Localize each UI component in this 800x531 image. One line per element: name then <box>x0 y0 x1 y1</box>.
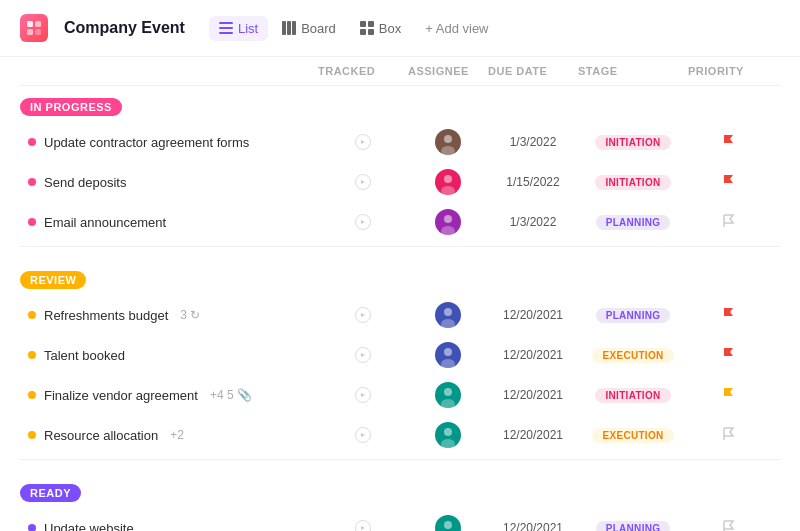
svg-rect-7 <box>282 21 286 35</box>
tracked-cell[interactable] <box>318 427 408 443</box>
group-header-ready: READY <box>20 472 780 508</box>
assignee-cell[interactable] <box>408 129 488 155</box>
priority-flag <box>722 520 735 532</box>
stage-cell[interactable]: EXECUTION <box>578 348 688 363</box>
priority-flag <box>722 174 735 191</box>
svg-point-25 <box>441 399 455 408</box>
priority-cell[interactable] <box>688 347 768 364</box>
tracked-cell[interactable] <box>318 174 408 190</box>
group-badge-review[interactable]: REVIEW <box>20 271 86 289</box>
tracked-cell[interactable] <box>318 520 408 531</box>
header: Company Event List Board <box>0 0 800 57</box>
add-view-label: + Add view <box>425 21 488 36</box>
stage-badge: PLANNING <box>596 215 671 230</box>
task-row[interactable]: Update contractor agreement forms 1/3/20… <box>20 122 780 162</box>
avatar <box>435 302 461 328</box>
stage-badge: EXECUTION <box>592 428 673 443</box>
task-name: Update contractor agreement forms <box>44 135 249 150</box>
svg-rect-1 <box>35 21 41 27</box>
tab-box[interactable]: Box <box>350 16 411 41</box>
due-date: 12/20/2021 <box>488 428 578 442</box>
stage-badge: INITIATION <box>595 135 670 150</box>
col-name <box>52 65 318 77</box>
track-icon <box>355 134 371 150</box>
tab-board-label: Board <box>301 21 336 36</box>
group-badge-ready[interactable]: READY <box>20 484 81 502</box>
avatar <box>435 169 461 195</box>
priority-cell[interactable] <box>688 174 768 191</box>
group-divider <box>20 246 780 247</box>
priority-flag <box>722 134 735 151</box>
task-row[interactable]: Resource allocation+2 12/20/2021EXECUTIO… <box>20 415 780 455</box>
task-name-cell: Update website <box>28 521 318 532</box>
groups-container: IN PROGRESSUpdate contractor agreement f… <box>20 86 780 531</box>
stage-cell[interactable]: INITIATION <box>578 388 688 403</box>
avatar <box>435 209 461 235</box>
svg-point-20 <box>444 308 452 316</box>
priority-cell[interactable] <box>688 387 768 404</box>
tracked-cell[interactable] <box>318 307 408 323</box>
task-meta: 3 ↻ <box>180 308 200 322</box>
stage-cell[interactable]: PLANNING <box>578 308 688 323</box>
group-badge-inprogress[interactable]: IN PROGRESS <box>20 98 122 116</box>
view-tabs: List Board Box + Add view <box>209 16 499 41</box>
assignee-cell[interactable] <box>408 422 488 448</box>
stage-cell[interactable]: INITIATION <box>578 175 688 190</box>
avatar <box>435 382 461 408</box>
track-icon <box>355 214 371 230</box>
add-view-button[interactable]: + Add view <box>415 16 498 41</box>
task-row[interactable]: Send deposits 1/15/2022INITIATION <box>20 162 780 202</box>
assignee-cell[interactable] <box>408 302 488 328</box>
assignee-cell[interactable] <box>408 209 488 235</box>
tracked-cell[interactable] <box>318 387 408 403</box>
assignee-cell[interactable] <box>408 342 488 368</box>
assignee-cell[interactable] <box>408 382 488 408</box>
priority-cell[interactable] <box>688 307 768 324</box>
priority-cell[interactable] <box>688 427 768 444</box>
priority-cell[interactable] <box>688 520 768 532</box>
svg-point-14 <box>444 135 452 143</box>
task-row[interactable]: Email announcement 1/3/2022PLANNING <box>20 202 780 242</box>
stage-cell[interactable]: EXECUTION <box>578 428 688 443</box>
stage-cell[interactable]: PLANNING <box>578 215 688 230</box>
stage-cell[interactable]: PLANNING <box>578 521 688 532</box>
due-date: 12/20/2021 <box>488 521 578 531</box>
table-wrapper: TRACKED ASSIGNEE DUE DATE STAGE PRIORITY… <box>0 57 800 531</box>
task-row[interactable]: Update website 12/20/2021PLANNING <box>20 508 780 531</box>
task-row[interactable]: Talent booked 12/20/2021EXECUTION <box>20 335 780 375</box>
status-dot <box>28 178 36 186</box>
assignee-cell[interactable] <box>408 515 488 531</box>
svg-point-22 <box>444 348 452 356</box>
svg-point-26 <box>444 428 452 436</box>
track-icon <box>355 427 371 443</box>
tracked-cell[interactable] <box>318 214 408 230</box>
svg-rect-0 <box>27 21 33 27</box>
group-header-review: REVIEW <box>20 259 780 295</box>
svg-point-16 <box>444 175 452 183</box>
svg-rect-3 <box>35 29 41 35</box>
task-name-cell: Finalize vendor agreement+4 5 📎 <box>28 388 318 403</box>
task-meta: +4 5 📎 <box>210 388 252 402</box>
assignee-cell[interactable] <box>408 169 488 195</box>
priority-cell[interactable] <box>688 214 768 231</box>
task-name: Update website <box>44 521 134 532</box>
task-row[interactable]: Refreshments budget3 ↻ 12/20/2021PLANNIN… <box>20 295 780 335</box>
svg-rect-6 <box>219 32 233 34</box>
tracked-cell[interactable] <box>318 134 408 150</box>
task-meta: +2 <box>170 428 184 442</box>
tab-list[interactable]: List <box>209 16 268 41</box>
stage-badge: INITIATION <box>595 175 670 190</box>
task-name: Refreshments budget <box>44 308 168 323</box>
task-row[interactable]: Finalize vendor agreement+4 5 📎 12/20/20… <box>20 375 780 415</box>
status-dot <box>28 138 36 146</box>
task-name: Finalize vendor agreement <box>44 388 198 403</box>
task-name: Talent booked <box>44 348 125 363</box>
col-assignee: ASSIGNEE <box>408 65 488 77</box>
priority-cell[interactable] <box>688 134 768 151</box>
tab-board[interactable]: Board <box>272 16 346 41</box>
stage-cell[interactable]: INITIATION <box>578 135 688 150</box>
tracked-cell[interactable] <box>318 347 408 363</box>
svg-point-28 <box>444 521 452 529</box>
task-name: Resource allocation <box>44 428 158 443</box>
svg-rect-4 <box>219 22 233 24</box>
